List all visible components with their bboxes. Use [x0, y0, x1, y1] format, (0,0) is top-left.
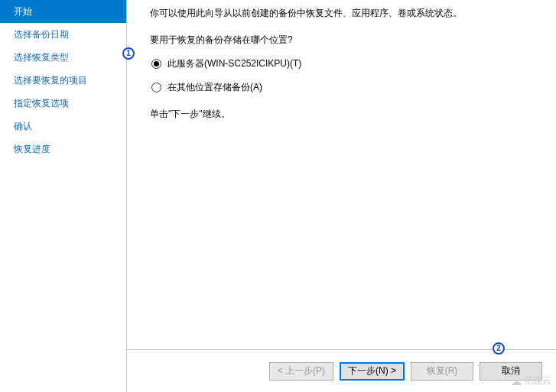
radio-other-location-label: 在其他位置存储备份(A): [167, 81, 262, 94]
sidebar-item-confirm[interactable]: 确认: [0, 115, 126, 138]
radio-this-server-label: 此服务器(WIN-SC252ICIKPU)(T): [167, 57, 301, 70]
sidebar-item-progress[interactable]: 恢复进度: [0, 138, 126, 160]
recover-button: 恢复(R): [411, 362, 473, 381]
radio-this-server[interactable]: 此服务器(WIN-SC252ICIKPU)(T): [150, 57, 533, 70]
continue-text: 单击"下一步"继续。: [150, 108, 533, 121]
next-button[interactable]: 下一步(N) >: [340, 362, 405, 381]
button-bar: 2 < 上一步(P) 下一步(N) > 恢复(R) 取消: [127, 349, 556, 392]
watermark: ☁ 亿速云: [511, 374, 551, 387]
annotation-1: 1: [122, 47, 135, 60]
sidebar-item-specify-options[interactable]: 指定恢复选项: [0, 92, 126, 115]
annotation-2: 2: [493, 342, 505, 355]
radio-other-location[interactable]: 在其他位置存储备份(A): [150, 81, 533, 94]
cloud-icon: ☁: [511, 375, 522, 387]
prev-button: < 上一步(P): [269, 362, 333, 381]
watermark-text: 亿速云: [524, 374, 551, 387]
sidebar-item-start[interactable]: 开始: [0, 0, 126, 23]
wizard-container: 开始 选择备份日期 选择恢复类型 选择要恢复的项目 指定恢复选项 确认 恢复进度…: [0, 0, 556, 392]
wizard-sidebar: 开始 选择备份日期 选择恢复类型 选择要恢复的项目 指定恢复选项 确认 恢复进度: [0, 0, 127, 392]
wizard-main: 你可以使用此向导从以前创建的备份中恢复文件、应用程序、卷或系统状态。 要用于恢复…: [127, 0, 556, 392]
radio-icon-unselected: [151, 83, 161, 92]
question-text: 要用于恢复的备份存储在哪个位置?: [150, 34, 533, 47]
sidebar-item-select-items[interactable]: 选择要恢复的项目: [0, 69, 126, 92]
sidebar-item-select-recovery-type[interactable]: 选择恢复类型: [0, 46, 126, 69]
radio-icon-selected: [151, 59, 161, 69]
sidebar-item-select-backup-date[interactable]: 选择备份日期: [0, 23, 126, 46]
intro-text: 你可以使用此向导从以前创建的备份中恢复文件、应用程序、卷或系统状态。: [150, 6, 533, 20]
wizard-content: 你可以使用此向导从以前创建的备份中恢复文件、应用程序、卷或系统状态。 要用于恢复…: [127, 0, 556, 349]
